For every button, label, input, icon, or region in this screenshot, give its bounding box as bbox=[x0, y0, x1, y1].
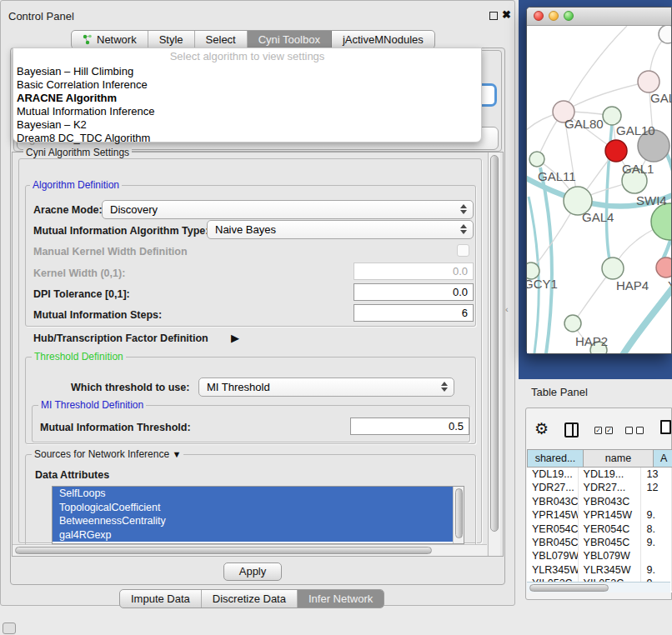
node-label: GAL11 bbox=[538, 169, 576, 183]
tab-infer-network[interactable]: Infer Network bbox=[298, 590, 384, 608]
column-header-name[interactable]: name bbox=[584, 449, 654, 468]
mi-type-select[interactable]: Naive Bayes bbox=[207, 220, 474, 239]
deselect-all-attributes-icon[interactable] bbox=[625, 427, 644, 434]
column-header-shared-name[interactable]: shared... bbox=[527, 449, 584, 468]
node bbox=[659, 26, 671, 43]
checked-box-icon: ✓ bbox=[594, 427, 602, 434]
attribute-item-selected[interactable]: gal4RGexp bbox=[53, 528, 454, 542]
tab-network[interactable]: Network bbox=[72, 31, 148, 48]
table-row[interactable]: YPR145WYPR145W9. bbox=[527, 508, 672, 522]
file-icon[interactable] bbox=[660, 420, 671, 434]
node-table[interactable]: YDL19...YDL19...13 YDR27...YDR27...12 YB… bbox=[527, 468, 672, 592]
mi-threshold-label: Mutual Information Threshold: bbox=[40, 422, 191, 433]
spinner-icon bbox=[441, 382, 448, 392]
mi-type-label: Mutual Information Algorithm Type: bbox=[33, 225, 208, 237]
expanded-arrow-icon[interactable]: ▼ bbox=[172, 449, 181, 459]
cell: YER054C bbox=[527, 522, 579, 536]
close-icon[interactable]: ✖ bbox=[502, 8, 511, 21]
window-close-button[interactable] bbox=[534, 11, 544, 21]
cell: YPR145W bbox=[527, 508, 579, 522]
manual-kernel-checkbox[interactable] bbox=[457, 244, 469, 257]
dropdown-item[interactable]: Dream8 DC_TDC Algorithm bbox=[13, 132, 481, 145]
splitter-collapse-icon[interactable]: ‹ bbox=[505, 304, 509, 314]
node-label: GAL80 bbox=[564, 117, 604, 131]
window-zoom-button[interactable] bbox=[564, 11, 574, 21]
tab-style[interactable]: Style bbox=[148, 31, 195, 48]
tab-jactivemnodules[interactable]: jActiveMNodules bbox=[332, 31, 434, 48]
show-columns-icon[interactable] bbox=[564, 422, 579, 438]
node-label: GAL10 bbox=[616, 123, 655, 138]
table-row[interactable]: YER054CYER054C8. bbox=[527, 522, 672, 536]
cell: YDR27... bbox=[527, 481, 579, 494]
cell: YDL19... bbox=[527, 468, 579, 481]
mi-threshold-group-title: MI Threshold Definition bbox=[38, 399, 146, 411]
attribute-item-selected[interactable]: BetweennessCentrality bbox=[53, 514, 454, 528]
network-canvas[interactable]: GAL GAL80 GAL10 GAL1 GAL11 SWI4 GAL4 GCY… bbox=[527, 26, 671, 353]
data-attributes-list[interactable]: SelfLoops TopologicalCoefficient Between… bbox=[52, 486, 464, 544]
float-window-icon[interactable] bbox=[489, 12, 498, 20]
table-row[interactable]: YBR043CYBR043C bbox=[527, 495, 672, 508]
network-graph bbox=[527, 26, 671, 353]
mi-steps-label: Mutual Information Steps: bbox=[33, 309, 162, 321]
settings-horizontal-scrollbar[interactable] bbox=[13, 544, 487, 556]
settings-vertical-scrollbar[interactable] bbox=[488, 152, 500, 556]
cyni-bottom-tabs: Impute Data Discretize Data Infer Networ… bbox=[119, 589, 384, 608]
attribute-item-selected[interactable]: TopologicalCoefficient bbox=[53, 501, 454, 515]
dropdown-item[interactable]: Bayesian – Hill Climbing bbox=[13, 65, 481, 78]
tab-cyni-toolbox[interactable]: Cyni Toolbox bbox=[248, 31, 332, 48]
table-row[interactable]: YBL079WYBL079W bbox=[527, 549, 672, 562]
tab-select[interactable]: Select bbox=[195, 31, 248, 48]
table-horizontal-scrollbar[interactable] bbox=[527, 582, 670, 592]
dpi-tolerance-field[interactable]: 0.0 bbox=[354, 283, 474, 301]
column-header-clipped[interactable]: A bbox=[654, 449, 672, 468]
mi-threshold-field[interactable]: 0.5 bbox=[350, 418, 469, 435]
data-attributes-label: Data Attributes bbox=[35, 469, 109, 481]
node-gal7 bbox=[638, 71, 659, 92]
network-icon bbox=[83, 34, 93, 45]
tab-discretize-data-label: Discretize Data bbox=[213, 592, 286, 605]
cell bbox=[641, 549, 672, 562]
docked-panel-icon[interactable] bbox=[3, 622, 16, 634]
tab-infer-network-label: Infer Network bbox=[308, 592, 373, 605]
table-row[interactable]: YDR27...YDR27...12 bbox=[527, 481, 672, 494]
aracne-mode-select[interactable]: Discovery bbox=[102, 200, 474, 219]
hub-section-label: Hub/Transcription Factor Definition bbox=[33, 332, 208, 344]
node-hap4 bbox=[602, 258, 624, 279]
select-all-attributes-icon[interactable]: ✓ ✓ bbox=[594, 427, 613, 434]
dropdown-item[interactable]: Mutual Information Inference bbox=[13, 105, 481, 118]
dropdown-item[interactable]: Bayesian – K2 bbox=[13, 118, 481, 132]
which-threshold-select[interactable]: MI Threshold bbox=[198, 378, 454, 397]
attribute-item-selected[interactable]: SelfLoops bbox=[53, 487, 454, 501]
gear-icon[interactable]: ⚙ bbox=[534, 419, 549, 438]
dropdown-item[interactable]: Basic Correlation Inference bbox=[13, 78, 481, 92]
application-root: Control Panel ✖ Network Style Select Cyn… bbox=[0, 0, 672, 635]
collapsed-arrow-icon[interactable]: ▶ bbox=[231, 332, 239, 344]
sources-group-title: Sources for Network Inference ▼ bbox=[32, 448, 183, 460]
list-scrollbar[interactable] bbox=[453, 487, 464, 543]
node-gal11 bbox=[529, 152, 544, 167]
node-red-selected bbox=[605, 140, 627, 162]
which-threshold-label: Which threshold to use: bbox=[71, 382, 189, 393]
cell: 9. bbox=[641, 508, 672, 522]
cell: YBL079W bbox=[579, 549, 642, 562]
kernel-width-field[interactable]: 0.0 bbox=[354, 262, 474, 280]
cell: 12 bbox=[641, 481, 672, 494]
window-minimize-button[interactable] bbox=[549, 11, 559, 21]
mi-steps-field[interactable]: 6 bbox=[354, 304, 474, 322]
tab-style-label: Style bbox=[159, 33, 183, 46]
apply-button[interactable]: Apply bbox=[223, 562, 282, 581]
algorithm-definition-title: Algorithm Definition bbox=[30, 179, 122, 191]
threshold-definition-title: Threshold Definition bbox=[32, 351, 126, 362]
spinner-icon bbox=[460, 224, 467, 234]
cell: 8. bbox=[641, 522, 672, 536]
dropdown-item-selected[interactable]: ARACNE Algorithm bbox=[13, 92, 481, 105]
aracne-mode-value: Discovery bbox=[110, 203, 158, 216]
cell: YLR345W bbox=[579, 563, 642, 577]
table-row[interactable]: YBR045CYBR045C9. bbox=[527, 536, 672, 549]
which-threshold-value: MI Threshold bbox=[207, 381, 270, 393]
cell: YER054C bbox=[579, 522, 642, 536]
tab-impute-data[interactable]: Impute Data bbox=[120, 590, 202, 608]
table-row[interactable]: YDL19...YDL19...13 bbox=[527, 468, 672, 481]
tab-discretize-data[interactable]: Discretize Data bbox=[202, 590, 298, 608]
table-row[interactable]: YLR345WYLR345W9. bbox=[527, 563, 672, 577]
